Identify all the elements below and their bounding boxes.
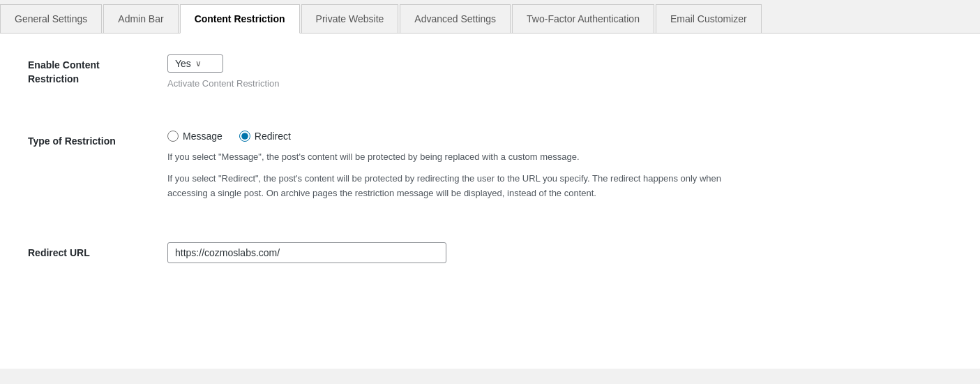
radio-message-label: Message [183, 131, 223, 142]
tab-general-settings[interactable]: General Settings [0, 4, 102, 33]
enable-restriction-hint: Activate Content Restriction [167, 78, 952, 89]
chevron-down-icon: ∨ [195, 59, 202, 68]
enable-restriction-select[interactable]: Yes ∨ [167, 54, 223, 73]
enable-restriction-control: Yes ∨ Activate Content Restriction [167, 54, 952, 89]
tab-admin-bar[interactable]: Admin Bar [103, 4, 178, 33]
desc-message: If you select "Message", the post's cont… [167, 150, 725, 165]
tab-content-restriction[interactable]: Content Restriction [180, 4, 300, 34]
tab-advanced-settings[interactable]: Advanced Settings [400, 4, 511, 33]
radio-redirect-label: Redirect [255, 131, 291, 142]
type-restriction-control: Message Redirect If you select "Message"… [167, 131, 952, 200]
radio-message-option[interactable]: Message [167, 131, 223, 142]
tab-private-website[interactable]: Private Website [301, 4, 399, 33]
type-of-restriction-row: Type of Restriction Message Redirect If … [28, 131, 952, 221]
tabs-bar: General SettingsAdmin BarContent Restric… [0, 0, 980, 34]
radio-redirect-option[interactable]: Redirect [239, 131, 291, 142]
enable-content-restriction-row: Enable Content Restriction Yes ∨ Activat… [28, 54, 952, 110]
redirect-url-control [167, 242, 952, 263]
radio-group: Message Redirect [167, 131, 952, 142]
radio-message-input[interactable] [167, 131, 179, 142]
redirect-url-input[interactable] [167, 242, 446, 263]
type-restriction-label: Type of Restriction [28, 131, 167, 149]
redirect-url-row: Redirect URL [28, 242, 952, 284]
tab-two-factor-auth[interactable]: Two-Factor Authentication [512, 4, 654, 33]
enable-restriction-label: Enable Content Restriction [28, 54, 167, 86]
redirect-url-label: Redirect URL [28, 242, 167, 260]
tab-email-customizer[interactable]: Email Customizer [656, 4, 762, 33]
select-value: Yes [175, 58, 191, 69]
radio-redirect-input[interactable] [239, 131, 250, 142]
desc-redirect: If you select "Redirect", the post's con… [167, 172, 725, 201]
main-content: Enable Content Restriction Yes ∨ Activat… [0, 34, 980, 369]
